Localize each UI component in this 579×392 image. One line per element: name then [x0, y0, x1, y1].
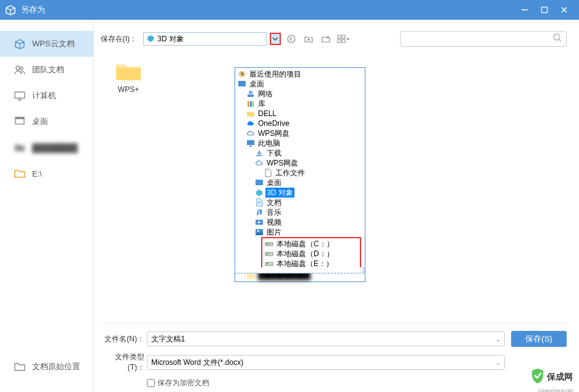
svg-rect-11 [342, 40, 345, 43]
filetype-label: 文件类型(T)： [100, 352, 144, 373]
sidebar-item-hidden[interactable]: ████████ [0, 135, 93, 161]
cloud-icon [246, 129, 255, 138]
tree-item-video[interactable]: 视频 [235, 217, 365, 227]
tree-item-documents[interactable]: 文档 [235, 198, 365, 207]
filetype-select[interactable]: Microsoft Word 文件(*.docx) ⌄ [147, 355, 505, 370]
tree-item-3d-objects[interactable]: 3D 对象 [235, 188, 365, 198]
tree-item-downloads[interactable]: 下载 [235, 148, 365, 158]
search-icon [552, 33, 562, 45]
save-button[interactable]: 保存(S) [511, 331, 567, 347]
network-icon [246, 90, 255, 98]
chevron-down-icon: ⌄ [496, 359, 501, 366]
folder-icon [14, 167, 26, 180]
sidebar-item-team-docs[interactable]: 团队文档 [0, 57, 93, 83]
svg-rect-31 [266, 263, 269, 264]
minimize-button[interactable] [515, 0, 535, 20]
tree-item-desktop[interactable]: 桌面 [235, 79, 365, 89]
desktop-icon [238, 80, 246, 88]
drive-icon [265, 240, 273, 248]
cube-3d-icon [146, 34, 155, 44]
toolbar: 保存在(I)： 3D 对象 [100, 31, 567, 47]
svg-rect-15 [248, 94, 254, 97]
encrypt-checkbox[interactable] [147, 379, 155, 387]
filetype-value: Microsoft Word 文件(*.docx) [151, 357, 243, 368]
tree-item-workfiles[interactable]: 工作文件 [235, 168, 365, 178]
tree-item-network[interactable]: 网络 [235, 89, 365, 99]
tree-item-wps-cloud[interactable]: WPS网盘 [235, 128, 365, 138]
maximize-button[interactable] [535, 0, 554, 20]
tree-item-this-pc[interactable]: 此电脑 [235, 138, 365, 148]
svg-rect-10 [338, 40, 341, 43]
tree-item-dell[interactable]: DELL [235, 109, 365, 119]
svg-point-12 [554, 34, 560, 40]
folder-icon [14, 361, 26, 373]
folder-item[interactable]: WPS+ [110, 59, 147, 94]
up-button[interactable] [302, 32, 315, 46]
app-logo-icon [5, 4, 16, 15]
sidebar-item-desktop[interactable]: 桌面 [0, 109, 93, 135]
sidebar-item-wps-cloud[interactable]: WPS云文档 [0, 31, 93, 57]
svg-point-2 [16, 66, 20, 70]
cloud-icon [255, 159, 264, 167]
tree-item-pictures[interactable]: 图片 [235, 227, 365, 237]
sidebar-item-original-loc[interactable]: 文档原始位置 [0, 354, 94, 380]
tree-item-wps-cloud-2[interactable]: WPS网盘 [235, 158, 365, 168]
save-in-dropdown-button[interactable] [270, 33, 281, 45]
sidebar-item-label: ████████ [32, 143, 78, 152]
drive-icon [265, 249, 273, 258]
svg-rect-0 [522, 9, 528, 10]
picture-icon [255, 228, 264, 236]
svg-rect-14 [238, 81, 246, 86]
main-panel: 保存在(I)： 3D 对象 [94, 20, 579, 392]
team-icon [14, 64, 26, 76]
search-input[interactable] [404, 35, 552, 43]
download-icon [255, 149, 264, 157]
desktop-icon [255, 178, 264, 187]
sidebar-item-label: 文档原始位置 [32, 361, 80, 372]
save-in-combo[interactable]: 3D 对象 [143, 32, 267, 46]
save-form: 文件名(N)： 文字文稿1 ⌄ 保存(S) 文件类型(T)： Microsoft… [100, 323, 567, 392]
titlebar: 另存为 [0, 0, 579, 20]
view-button[interactable] [336, 32, 350, 46]
svg-rect-17 [248, 101, 249, 107]
drives-highlight-box: 本地磁盘（C：） 本地磁盘（D：） 本地磁盘（E：） [261, 237, 361, 270]
search-box[interactable] [400, 31, 567, 47]
doc-icon [264, 169, 272, 177]
cube-3d-icon [255, 188, 264, 197]
tree-item-library[interactable]: 库 [235, 99, 365, 109]
svg-rect-16 [249, 91, 252, 94]
svg-point-7 [288, 35, 295, 43]
encrypt-label: 保存为加密文档 [157, 378, 209, 388]
folder-name: WPS+ [110, 85, 147, 94]
sidebar-item-label: 计算机 [32, 90, 56, 101]
filename-value: 文字文稿1 [151, 334, 185, 344]
onedrive-icon [246, 119, 255, 128]
drive-icon [265, 259, 273, 268]
tree-item-drive-d[interactable]: 本地磁盘（D：） [262, 249, 360, 259]
svg-rect-20 [247, 140, 254, 145]
tree-item-music[interactable]: 音乐 [235, 207, 365, 217]
tree-item-desktop-2[interactable]: 桌面 [235, 178, 365, 188]
svg-rect-29 [266, 253, 269, 254]
svg-rect-1 [542, 7, 548, 13]
svg-rect-22 [256, 180, 263, 185]
svg-rect-18 [250, 101, 252, 107]
sidebar-item-drive-e[interactable]: E:\ [0, 161, 93, 186]
filename-input[interactable]: 文字文稿1 ⌄ [147, 332, 505, 346]
window-title: 另存为 [21, 4, 515, 15]
back-button[interactable] [285, 32, 298, 46]
new-folder-button[interactable] [319, 32, 333, 46]
sidebar-item-computer[interactable]: 计算机 [0, 83, 93, 109]
dropdown-dashed-extension [235, 267, 364, 273]
cube-icon [14, 38, 26, 50]
svg-point-25 [257, 230, 259, 232]
svg-rect-19 [252, 101, 254, 107]
doc-icon [255, 198, 264, 207]
folder-icon [14, 141, 26, 154]
close-button[interactable] [554, 0, 574, 20]
tree-item-recent[interactable]: 最近使用的项目 [235, 69, 365, 79]
folder-icon [114, 59, 143, 83]
tree-item-onedrive[interactable]: OneDrive [235, 119, 365, 128]
tree-item-drive-c[interactable]: 本地磁盘（C：） [262, 239, 360, 249]
save-in-label: 保存在(I)： [100, 34, 137, 44]
